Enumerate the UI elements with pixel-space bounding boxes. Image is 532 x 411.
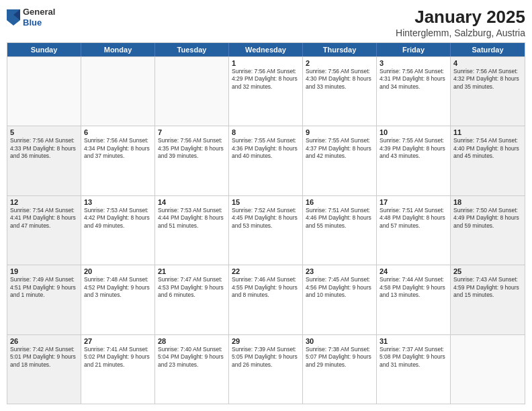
calendar-header-saturday: Saturday: [451, 43, 525, 56]
day-number: 11: [453, 128, 522, 136]
calendar-cell: 10Sunrise: 7:55 AM Sunset: 4:39 PM Dayli…: [377, 126, 451, 195]
day-number: 24: [380, 267, 447, 275]
calendar-cell: 30Sunrise: 7:38 AM Sunset: 5:07 PM Dayli…: [303, 335, 377, 404]
day-number: 3: [380, 59, 447, 67]
calendar-cell: [155, 57, 229, 126]
day-info: Sunrise: 7:56 AM Sunset: 4:31 PM Dayligh…: [380, 68, 447, 91]
calendar-cell: 29Sunrise: 7:39 AM Sunset: 5:05 PM Dayli…: [229, 335, 303, 404]
header: General Blue January 2025 Hinterglemm, S…: [7, 7, 525, 38]
day-number: 20: [84, 267, 152, 275]
day-number: 7: [158, 128, 226, 136]
day-number: 21: [158, 267, 226, 275]
calendar-cell: 13Sunrise: 7:53 AM Sunset: 4:42 PM Dayli…: [81, 196, 155, 265]
calendar-cell: 27Sunrise: 7:41 AM Sunset: 5:02 PM Dayli…: [81, 335, 155, 404]
day-number: 15: [232, 198, 300, 206]
day-number: 4: [453, 59, 522, 67]
day-info: Sunrise: 7:43 AM Sunset: 4:59 PM Dayligh…: [453, 276, 522, 299]
day-number: 14: [158, 198, 226, 206]
day-info: Sunrise: 7:56 AM Sunset: 4:35 PM Dayligh…: [158, 137, 226, 160]
day-number: 28: [158, 337, 226, 345]
calendar-cell: 6Sunrise: 7:56 AM Sunset: 4:34 PM Daylig…: [81, 126, 155, 195]
day-info: Sunrise: 7:44 AM Sunset: 4:58 PM Dayligh…: [380, 276, 447, 299]
day-info: Sunrise: 7:37 AM Sunset: 5:08 PM Dayligh…: [380, 346, 447, 369]
day-info: Sunrise: 7:49 AM Sunset: 4:51 PM Dayligh…: [10, 276, 78, 299]
day-number: 5: [10, 128, 78, 136]
calendar-cell: [81, 57, 155, 126]
calendar-cell: 16Sunrise: 7:51 AM Sunset: 4:46 PM Dayli…: [303, 196, 377, 265]
calendar-cell: 21Sunrise: 7:47 AM Sunset: 4:53 PM Dayli…: [155, 265, 229, 334]
day-info: Sunrise: 7:55 AM Sunset: 4:39 PM Dayligh…: [380, 137, 447, 160]
calendar-subtitle: Hinterglemm, Salzburg, Austria: [396, 28, 525, 38]
calendar-header-row: SundayMondayTuesdayWednesdayThursdayFrid…: [7, 43, 525, 56]
day-number: 22: [232, 267, 300, 275]
day-info: Sunrise: 7:42 AM Sunset: 5:01 PM Dayligh…: [10, 346, 78, 369]
calendar-header-friday: Friday: [377, 43, 451, 56]
day-number: 8: [232, 128, 300, 136]
day-number: 23: [306, 267, 373, 275]
calendar-cell: 1Sunrise: 7:56 AM Sunset: 4:29 PM Daylig…: [229, 57, 303, 126]
day-number: 29: [232, 337, 300, 345]
day-number: 1: [232, 59, 300, 67]
day-number: 6: [84, 128, 152, 136]
day-info: Sunrise: 7:38 AM Sunset: 5:07 PM Dayligh…: [306, 346, 373, 369]
day-info: Sunrise: 7:40 AM Sunset: 5:04 PM Dayligh…: [158, 346, 226, 369]
day-number: 27: [84, 337, 152, 345]
day-number: 18: [453, 198, 522, 206]
calendar-cell: 28Sunrise: 7:40 AM Sunset: 5:04 PM Dayli…: [155, 335, 229, 404]
day-info: Sunrise: 7:56 AM Sunset: 4:30 PM Dayligh…: [306, 68, 373, 91]
calendar-header-thursday: Thursday: [303, 43, 377, 56]
day-number: 30: [306, 337, 373, 345]
day-number: 25: [453, 267, 522, 275]
calendar-week-4: 19Sunrise: 7:49 AM Sunset: 4:51 PM Dayli…: [7, 265, 525, 334]
calendar-cell: 31Sunrise: 7:37 AM Sunset: 5:08 PM Dayli…: [377, 335, 451, 404]
day-info: Sunrise: 7:56 AM Sunset: 4:33 PM Dayligh…: [10, 137, 78, 160]
calendar-week-3: 12Sunrise: 7:54 AM Sunset: 4:41 PM Dayli…: [7, 195, 525, 265]
calendar-cell: 8Sunrise: 7:55 AM Sunset: 4:36 PM Daylig…: [229, 126, 303, 195]
calendar-cell: [451, 335, 525, 404]
calendar-cell: 15Sunrise: 7:52 AM Sunset: 4:45 PM Dayli…: [229, 196, 303, 265]
calendar-cell: 12Sunrise: 7:54 AM Sunset: 4:41 PM Dayli…: [7, 196, 81, 265]
day-info: Sunrise: 7:47 AM Sunset: 4:53 PM Dayligh…: [158, 276, 226, 299]
day-number: 2: [306, 59, 373, 67]
calendar-cell: 22Sunrise: 7:46 AM Sunset: 4:55 PM Dayli…: [229, 265, 303, 334]
logo-icon: [7, 9, 20, 26]
day-info: Sunrise: 7:50 AM Sunset: 4:49 PM Dayligh…: [453, 207, 522, 230]
logo-blue-text: Blue: [23, 17, 55, 28]
day-info: Sunrise: 7:56 AM Sunset: 4:34 PM Dayligh…: [84, 137, 152, 160]
day-info: Sunrise: 7:46 AM Sunset: 4:55 PM Dayligh…: [232, 276, 300, 299]
calendar-week-2: 5Sunrise: 7:56 AM Sunset: 4:33 PM Daylig…: [7, 126, 525, 195]
day-info: Sunrise: 7:39 AM Sunset: 5:05 PM Dayligh…: [232, 346, 300, 369]
logo-general-text: General: [23, 7, 55, 17]
calendar-cell: 9Sunrise: 7:55 AM Sunset: 4:37 PM Daylig…: [303, 126, 377, 195]
calendar-title: January 2025: [396, 7, 525, 28]
calendar-body: 1Sunrise: 7:56 AM Sunset: 4:29 PM Daylig…: [7, 56, 525, 404]
calendar-cell: 2Sunrise: 7:56 AM Sunset: 4:30 PM Daylig…: [303, 57, 377, 126]
calendar-cell: 24Sunrise: 7:44 AM Sunset: 4:58 PM Dayli…: [377, 265, 451, 334]
calendar-header-wednesday: Wednesday: [229, 43, 303, 56]
day-number: 10: [380, 128, 447, 136]
day-info: Sunrise: 7:51 AM Sunset: 4:46 PM Dayligh…: [306, 207, 373, 230]
calendar-cell: 3Sunrise: 7:56 AM Sunset: 4:31 PM Daylig…: [377, 57, 451, 126]
calendar-cell: 18Sunrise: 7:50 AM Sunset: 4:49 PM Dayli…: [451, 196, 525, 265]
calendar: SundayMondayTuesdayWednesdayThursdayFrid…: [7, 42, 525, 404]
day-info: Sunrise: 7:55 AM Sunset: 4:36 PM Dayligh…: [232, 137, 300, 160]
calendar-cell: 23Sunrise: 7:45 AM Sunset: 4:56 PM Dayli…: [303, 265, 377, 334]
day-info: Sunrise: 7:52 AM Sunset: 4:45 PM Dayligh…: [232, 207, 300, 230]
calendar-cell: 14Sunrise: 7:53 AM Sunset: 4:44 PM Dayli…: [155, 196, 229, 265]
calendar-cell: 17Sunrise: 7:51 AM Sunset: 4:48 PM Dayli…: [377, 196, 451, 265]
day-number: 12: [10, 198, 78, 206]
calendar-cell: 20Sunrise: 7:48 AM Sunset: 4:52 PM Dayli…: [81, 265, 155, 334]
logo: General Blue: [7, 7, 55, 28]
calendar-cell: 4Sunrise: 7:56 AM Sunset: 4:32 PM Daylig…: [451, 57, 525, 126]
calendar-header-monday: Monday: [81, 43, 155, 56]
title-block: January 2025 Hinterglemm, Salzburg, Aust…: [396, 7, 525, 38]
day-info: Sunrise: 7:53 AM Sunset: 4:44 PM Dayligh…: [158, 207, 226, 230]
calendar-cell: 25Sunrise: 7:43 AM Sunset: 4:59 PM Dayli…: [451, 265, 525, 334]
day-info: Sunrise: 7:55 AM Sunset: 4:37 PM Dayligh…: [306, 137, 373, 160]
day-info: Sunrise: 7:51 AM Sunset: 4:48 PM Dayligh…: [380, 207, 447, 230]
calendar-cell: 7Sunrise: 7:56 AM Sunset: 4:35 PM Daylig…: [155, 126, 229, 195]
day-number: 16: [306, 198, 373, 206]
page: General Blue January 2025 Hinterglemm, S…: [0, 0, 532, 411]
day-info: Sunrise: 7:53 AM Sunset: 4:42 PM Dayligh…: [84, 207, 152, 230]
day-info: Sunrise: 7:56 AM Sunset: 4:32 PM Dayligh…: [453, 68, 522, 91]
